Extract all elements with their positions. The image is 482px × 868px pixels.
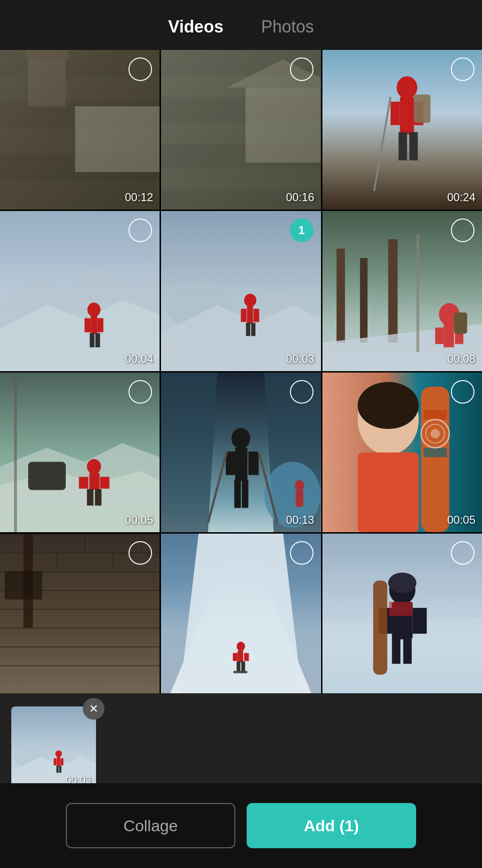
duration-9: 00:05 [447,513,475,527]
grid-item-2[interactable]: 00:16 [161,50,321,210]
bottom-bar: Collage Add (1) [0,783,482,868]
grid-item-1[interactable]: 00:12 [0,50,160,210]
tab-videos[interactable]: Videos [168,13,223,41]
grid-item-12[interactable] [322,534,482,693]
collage-button[interactable]: Collage [66,803,235,848]
duration-1: 00:12 [125,191,153,204]
grid-item-6[interactable]: 00:08 [322,211,482,371]
duration-4: 00:04 [125,352,153,365]
remove-button-1[interactable]: ✕ [83,698,104,720]
grid-item-11[interactable] [161,534,321,693]
grid-item-8[interactable]: 00:13 [161,373,321,532]
duration-2: 00:16 [286,191,314,204]
grid-item-10[interactable] [0,534,160,693]
grid-item-5[interactable]: 1 00:03 [161,211,321,371]
selection-circle-8[interactable] [290,380,313,404]
selection-circle-11[interactable] [290,541,313,565]
duration-5: 00:03 [286,352,314,365]
svg-rect-141 [59,766,62,773]
grid-item-7[interactable]: 00:05 [0,373,160,532]
selection-circle-1[interactable] [129,57,152,81]
duration-7: 00:05 [125,513,153,527]
header: Videos Photos [0,0,482,50]
selection-number-5: 1 [298,224,305,237]
grid-item-3[interactable]: 00:24 [322,50,482,210]
selection-circle-3[interactable] [451,57,474,81]
duration-6: 00:08 [447,352,475,365]
duration-8: 00:13 [286,513,314,527]
svg-rect-137 [57,757,60,766]
selected-thumb-1: ✕ 00:0 [11,706,96,791]
svg-rect-138 [54,758,56,765]
svg-rect-140 [56,766,59,773]
video-grid: 00:12 00:16 [0,50,482,693]
selection-circle-5[interactable]: 1 [290,219,313,242]
add-button[interactable]: Add (1) [247,803,416,848]
selection-circle-9[interactable] [451,380,474,404]
selection-circle-7[interactable] [129,380,152,404]
selection-circle-12[interactable] [451,541,474,565]
duration-3: 00:24 [447,191,475,204]
svg-rect-139 [60,758,63,765]
selection-circle-6[interactable] [451,219,474,242]
selection-circle-2[interactable] [290,57,313,81]
grid-item-4[interactable]: 00:04 [0,211,160,371]
grid-item-9[interactable]: 00:05 [322,373,482,532]
svg-point-136 [56,751,62,758]
tab-photos[interactable]: Photos [261,13,314,41]
